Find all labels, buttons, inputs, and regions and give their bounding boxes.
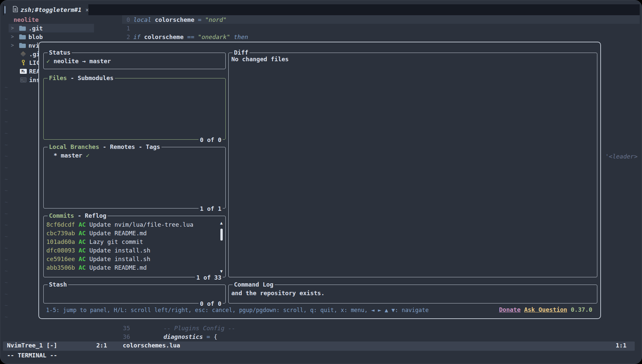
code-line[interactable]: 0 local colorscheme = "nord" — [113, 15, 230, 24]
git-icon — [20, 52, 27, 56]
tab-title: zsh;#toggleterm#1 — [21, 6, 81, 13]
lazygit-version: 0.37.0 — [571, 306, 592, 313]
stash-panel-count: 0 of 0 — [199, 300, 223, 307]
scrollbar-thumb[interactable] — [220, 229, 223, 241]
scroll-down-icon[interactable]: ▼ — [219, 269, 224, 274]
statusline-position: 2:1 — [96, 342, 107, 349]
tree-item-label: nvi — [28, 42, 39, 49]
tree-item-label: blob — [28, 33, 43, 40]
donate-link[interactable]: Donate — [499, 306, 521, 313]
chevron-right-icon[interactable]: > — [11, 25, 16, 31]
lazygit-command-log-panel[interactable]: Command Log and the repository exists. — [228, 285, 597, 303]
line-number: 36 — [113, 333, 130, 340]
commits-panel-count: 1 of 33 — [195, 274, 223, 281]
mode-indicator: -- TERMINAL -- — [7, 352, 57, 359]
markdown-icon: M↓ — [20, 69, 27, 74]
files-panel-title: Files - Submodules — [48, 74, 115, 81]
statusline-buffer: NvimTree_1 [-] — [7, 342, 57, 349]
code-line[interactable]: 1 — [113, 24, 130, 32]
tab-toggleterm[interactable]: zsh;#toggleterm#1 × — [4, 4, 88, 15]
lazygit-commits-panel[interactable]: Commits - Reflog 8cf6dcdfACUpdate nvim/l… — [43, 216, 226, 277]
statusline-filename: colorschemes.lua — [123, 342, 180, 349]
lazygit-branches-panel[interactable]: Local Branches - Remotes - Tags * master… — [43, 147, 226, 208]
commits-panel-title: Commits - Reflog — [48, 212, 108, 219]
tree-root-label: neolite — [14, 16, 39, 23]
leader-pending-hint: '<leader> — [605, 153, 638, 160]
key-icon — [20, 60, 27, 66]
lazygit-files-panel[interactable]: Files - Submodules 0 of 0 — [43, 78, 226, 140]
commit-row[interactable]: abb3506bACUpdate README.md — [46, 263, 193, 272]
files-panel-count: 0 of 0 — [199, 136, 223, 143]
chevron-right-icon[interactable]: > — [11, 42, 16, 48]
line-number: 35 — [113, 325, 130, 332]
tab-close-icon[interactable]: × — [85, 7, 89, 13]
check-icon: ✓ — [86, 152, 90, 159]
statusline: NvimTree_1 [-] 2:1 colorschemes.lua 1:1 — [3, 341, 635, 351]
folder-icon — [19, 43, 26, 48]
line-number: 0 — [113, 16, 130, 23]
status-row[interactable]: ✓ neolite → master — [46, 58, 111, 65]
tree-item-blob-folder[interactable]: > blob — [9, 32, 94, 41]
tabline — [3, 4, 640, 15]
lazygit-links: Donate Ask Question 0.37.0 — [499, 306, 598, 313]
code-line[interactable]: 2 if colorscheme == "onedark" then — [113, 32, 252, 41]
stash-panel-title: Stash — [48, 281, 68, 288]
keybindings-hint: 1-5: jump to panel, H/L: scroll left/rig… — [46, 307, 429, 313]
status-branch-text: neolite → master — [54, 58, 111, 65]
commit-row[interactable]: 8cf6dcdfACUpdate nvim/lua/file-tree.lua — [46, 220, 193, 229]
diff-panel-title: Diff — [233, 49, 250, 56]
branches-panel-title: Local Branches - Remotes - Tags — [48, 143, 161, 150]
command-log-content: and the repository exists. — [231, 290, 325, 296]
tree-item-git-folder[interactable]: > .git — [9, 24, 94, 32]
branches-panel-count: 1 of 1 — [199, 205, 223, 212]
code-line[interactable]: 35 -- Plugins Config -- — [113, 324, 239, 332]
lazygit-status-panel[interactable]: Status ✓ neolite → master — [43, 53, 226, 69]
file-icon — [13, 6, 18, 14]
scroll-up-icon[interactable]: ▲ — [219, 220, 224, 225]
commit-row[interactable]: dfc08093ACUpdate install.sh — [46, 246, 193, 254]
terminal-window: zsh;#toggleterm#1 × neolite > .git > blo… — [0, 0, 642, 364]
commit-row[interactable]: ce5916eeACUpdate install.sh — [46, 254, 193, 263]
tree-item-label: .git — [28, 25, 43, 32]
code-line[interactable]: 36 diagnostics = { — [113, 332, 221, 341]
command-log-panel-title: Command Log — [233, 281, 275, 288]
lazygit-diff-panel[interactable]: Diff No changed files — [228, 53, 597, 277]
ask-question-link[interactable]: Ask Question — [524, 306, 567, 313]
commit-row[interactable]: 101ad60aACLazy git commit — [46, 237, 193, 246]
folder-icon — [19, 34, 26, 39]
statusline-cursor: 1:1 — [616, 342, 626, 349]
empty-buffer-tildes: ~ ~ ~ ~ ~ ~ ~ ~ ~ ~ ~ ~ ~ ~ ~ ~ ~ ~ ~ ~ … — [5, 82, 8, 323]
status-panel-title: Status — [48, 49, 72, 56]
branch-row[interactable]: * master ✓ — [54, 152, 89, 159]
lazygit-stash-panel[interactable]: Stash 0 of 0 — [43, 285, 226, 303]
tab-accent-bar — [4, 6, 6, 14]
commit-row[interactable]: cbc739abACUpdate README.md — [46, 229, 193, 237]
lazygit-float: Status ✓ neolite → master Files - Submod… — [38, 42, 601, 319]
folder-icon — [19, 26, 26, 31]
terminal-icon: ›_ — [20, 77, 27, 82]
tree-root[interactable]: neolite — [9, 15, 94, 24]
diff-content: No changed files — [231, 56, 289, 63]
line-number: 2 — [113, 33, 130, 40]
commit-list: 8cf6dcdfACUpdate nvim/lua/file-tree.lua … — [46, 220, 193, 272]
chevron-right-icon[interactable]: > — [11, 34, 16, 40]
check-icon: ✓ — [46, 58, 50, 65]
